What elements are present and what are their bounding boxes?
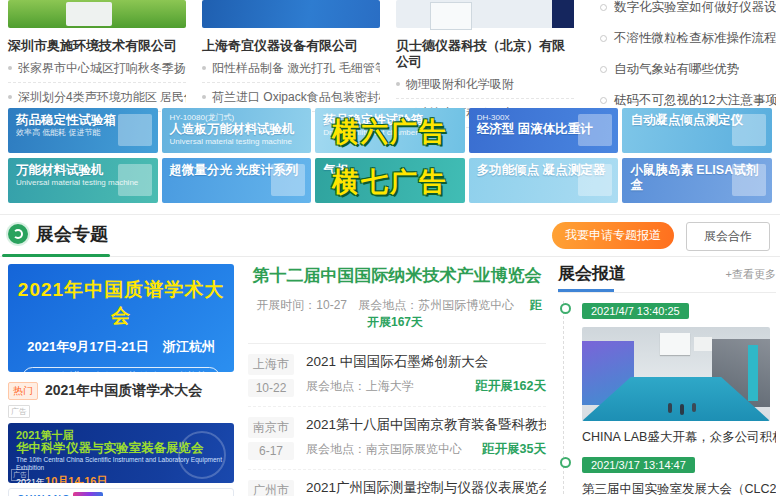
vendor-image-panel bbox=[552, 0, 574, 28]
exhibition-city: 南京市 bbox=[248, 417, 294, 438]
photo-person bbox=[680, 404, 684, 415]
ad-banner[interactable]: DH-300X 经济型 固液体比重计 bbox=[469, 108, 619, 153]
central-china-expo-poster[interactable]: 2021第十届 华中科学仪器与实验室装备展览会 The 10th Central… bbox=[8, 423, 234, 483]
chinano-2021-logo: 2021 bbox=[73, 492, 103, 496]
exhibition-city: 广州市 bbox=[248, 480, 294, 496]
ad-banner[interactable]: 超微量分光 光度计系列 bbox=[162, 158, 312, 203]
section-underline bbox=[2, 254, 110, 257]
banner-subtitle: Universal material testing machine bbox=[170, 137, 304, 147]
news-text: 数字化实验室如何做好仪器设备监测监控 bbox=[614, 0, 776, 15]
exhibition-row: 南京市6-17 2021第十八届中国南京教育装备暨科教技术展览会 展会地点：南京… bbox=[248, 407, 546, 470]
divider bbox=[0, 256, 780, 257]
photo-person bbox=[668, 403, 672, 413]
banner-title: 人造板万能材料试验机 bbox=[170, 122, 304, 137]
view-more-link[interactable]: +查看更多 bbox=[726, 267, 776, 282]
report-date-badge: 2021/3/17 13:14:47 bbox=[582, 457, 695, 473]
exhibition-title-link[interactable]: 2021第十八届中国南京教育装备暨科教技术展览会 bbox=[306, 417, 546, 433]
news-link[interactable]: 不溶性微粒检查标准操作流程 bbox=[600, 23, 776, 54]
vendor-article-link[interactable]: 物理吸附和化学吸附 bbox=[396, 70, 574, 99]
product-image bbox=[732, 114, 766, 146]
hot-topic-title: 2021年中国质谱学术大会 bbox=[45, 382, 202, 400]
ad-banner[interactable]: 小鼠胰岛素 ELISA试剂盒 bbox=[622, 158, 772, 203]
vendor-name[interactable]: 贝士德仪器科技（北京）有限公司 bbox=[396, 38, 574, 70]
divider bbox=[558, 292, 776, 293]
bullet-icon bbox=[600, 35, 607, 42]
report-title-link[interactable]: 第三届中国实验室发展大会（CLC2021）邀请函 bbox=[582, 481, 776, 496]
bullet-icon bbox=[396, 82, 400, 86]
exhibition-countdown: 距开展162天 bbox=[475, 378, 546, 395]
vendor-article-link[interactable]: 阳性样品制备 激光打孔 毛细管等CCIT方法 bbox=[202, 54, 380, 83]
report-item: 2021/4/7 13:40:25 CHINA LAB盛大开幕，众多公司积极参展 bbox=[582, 301, 776, 445]
ad-slot-label-6: 横六广告 bbox=[332, 114, 448, 150]
news-link[interactable]: 数字化实验室如何做好仪器设备监测监控 bbox=[600, 0, 776, 23]
reports-title: 展会报道 bbox=[558, 264, 626, 283]
exhibition-date: 10-22 bbox=[248, 379, 294, 397]
product-image bbox=[271, 164, 305, 196]
photo-hanging-sign bbox=[660, 333, 690, 355]
exhibition-row: 广州市8-4 2021广州国际测量控制与仪器仪表展览会 展会地点：广州市海珠区阅… bbox=[248, 470, 546, 496]
section-logo-icon bbox=[8, 224, 28, 244]
report-photo[interactable] bbox=[582, 327, 770, 421]
product-image bbox=[732, 164, 766, 196]
report-title-link[interactable]: CHINA LAB盛大开幕，众多公司积极参展 bbox=[582, 429, 776, 445]
vendor-image[interactable] bbox=[202, 0, 380, 28]
mass-spec-poster[interactable]: 2021年中国质谱学术大会 2021年9月17日-21日浙江杭州 砥砺奋进四十年… bbox=[8, 264, 234, 372]
product-image bbox=[578, 164, 612, 196]
article-text: 深圳划分4类声环境功能区 居民住宅夜间环境噪声限值 bbox=[18, 90, 186, 105]
hot-news-list: 数字化实验室如何做好仪器设备监测监控 不溶性微粒检查标准操作流程 自动气象站有哪… bbox=[600, 0, 776, 116]
poster-date: 2021年9月17日-21日 bbox=[27, 339, 148, 354]
vendor-name[interactable]: 深圳市奥施环境技术有限公司 bbox=[8, 38, 186, 54]
vendor-image[interactable] bbox=[396, 0, 574, 28]
ad-banner[interactable]: 万能材料试验机 Universal material testing machi… bbox=[8, 158, 158, 203]
exhibition-place: 展会地点：上海大学 bbox=[306, 378, 414, 395]
exhibition-countdown: 距开展35天 bbox=[482, 441, 546, 458]
vendor-image[interactable] bbox=[8, 0, 186, 28]
featured-exhibition-title[interactable]: 第十二届中国国际纳米技术产业博览会 bbox=[248, 264, 546, 287]
decorative-circle bbox=[178, 431, 226, 479]
news-text: 砝码不可忽视的12大注意事项 bbox=[614, 93, 776, 108]
ad-banner[interactable]: HY-10080(龙门式) 人造板万能材料试验机 Universal mater… bbox=[162, 108, 312, 153]
featured-time: 开展时间：10-27 bbox=[256, 298, 347, 312]
ad-banner[interactable]: 药品稳定性试验箱 效率高 低能耗 促进节能 bbox=[8, 108, 158, 153]
cooperation-button[interactable]: 展会合作 bbox=[686, 222, 770, 251]
reports-underline bbox=[558, 289, 614, 292]
exhibition-title-link[interactable]: 2021广州国际测量控制与仪器仪表展览会 bbox=[306, 480, 546, 496]
featured-place: 展会地点：苏州国际博览中心 bbox=[358, 298, 514, 312]
bullet-icon bbox=[600, 66, 607, 73]
ad-banner[interactable]: 多功能倾点 凝点测定器 bbox=[469, 158, 619, 203]
featured-exhibition-meta: 开展时间：10-27 展会地点：苏州国际博览中心 距开展167天 bbox=[248, 297, 546, 331]
poster-venue: 浙江杭州 bbox=[163, 339, 215, 354]
timeline-dot-icon bbox=[560, 457, 571, 468]
ad-banner-row-2: 万能材料试验机 Universal material testing machi… bbox=[8, 158, 772, 203]
vendor-name[interactable]: 上海奇宜仪器设备有限公司 bbox=[202, 38, 380, 54]
product-image bbox=[118, 114, 152, 146]
exhibition-list: 第十二届中国国际纳米技术产业博览会 开展时间：10-27 展会地点：苏州国际博览… bbox=[248, 264, 546, 496]
ad-tag: 广告 bbox=[8, 405, 30, 418]
bullet-icon bbox=[8, 66, 12, 70]
photo-accent bbox=[748, 345, 758, 401]
product-image bbox=[578, 114, 612, 146]
article-text: 阳性样品制备 激光打孔 毛细管等CCIT方法 bbox=[212, 61, 380, 76]
bullet-icon bbox=[600, 97, 607, 104]
report-date-badge: 2021/4/7 13:40:25 bbox=[582, 303, 689, 319]
report-item: 2021/3/17 13:14:47 第三届中国实验室发展大会（CLC2021）… bbox=[582, 455, 776, 496]
photo-hanging-sign bbox=[694, 337, 712, 351]
section-title: 展会专题 bbox=[36, 222, 108, 246]
bullet-icon bbox=[8, 95, 12, 99]
chinano-poster[interactable]: CHINANO 2021 CHINANO 2021 CONFERENCE, 第1… bbox=[8, 488, 234, 496]
timeline-dot-icon bbox=[560, 303, 571, 314]
poster-date: 10月14-16日 bbox=[45, 475, 107, 483]
vendor-article-link[interactable]: 张家界市中心城区打响秋冬季扬尘污染治理攻坚战 bbox=[8, 54, 186, 83]
news-text: 不溶性微粒检查标准操作流程 bbox=[614, 31, 776, 46]
ad-banner[interactable]: 自动凝点倾点测定仪 bbox=[622, 108, 772, 153]
left-poster-column: 2021年中国质谱学术大会 2021年9月17日-21日浙江杭州 砥砺奋进四十年… bbox=[8, 264, 234, 496]
ad-tag: 广告 bbox=[11, 469, 29, 481]
exhibition-city: 上海市 bbox=[248, 354, 294, 375]
bullet-icon bbox=[202, 95, 206, 99]
exhibition-date: 6-17 bbox=[248, 442, 294, 460]
apply-report-button[interactable]: 我要申请专题报道 bbox=[552, 222, 674, 249]
news-link[interactable]: 自动气象站有哪些优势 bbox=[600, 54, 776, 85]
exhibition-place: 展会地点：南京国际展览中心 bbox=[306, 441, 462, 458]
exhibition-title-link[interactable]: 2021 中国国际石墨烯创新大会 bbox=[306, 354, 546, 370]
product-image bbox=[66, 2, 112, 26]
